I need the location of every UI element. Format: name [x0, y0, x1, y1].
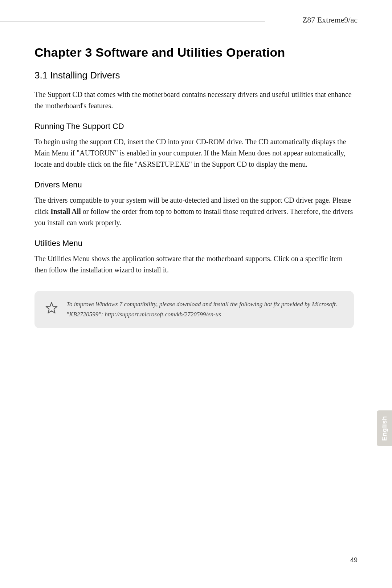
page-content: Chapter 3 Software and Utilities Operati… [34, 45, 354, 328]
subsection-utilities-menu-title: Utilities Menu [34, 239, 354, 248]
section-intro: The Support CD that comes with the mothe… [34, 89, 354, 111]
header-model-name: Z87 Extreme9/ac [302, 15, 358, 25]
note-text: To improve Windows 7 compatibility, plea… [66, 300, 337, 320]
header-divider [0, 21, 265, 21]
language-tab: English [377, 410, 392, 446]
note-line2: "KB2720599": http://support.microsoft.co… [66, 310, 337, 319]
star-icon [45, 301, 58, 315]
note-callout: To improve Windows 7 compatibility, plea… [34, 291, 354, 328]
subsection-running-cd-title: Running The Support CD [34, 122, 354, 131]
drivers-text-after: or follow the order from top to bottom t… [34, 207, 353, 227]
chapter-title: Chapter 3 Software and Utilities Operati… [34, 45, 354, 60]
page-number: 49 [350, 556, 358, 564]
subsection-drivers-menu-title: Drivers Menu [34, 180, 354, 190]
subsection-utilities-menu-text: The Utilities Menu shows the application… [34, 253, 354, 276]
note-line1: To improve Windows 7 compatibility, plea… [66, 301, 337, 308]
subsection-drivers-menu-text: The drivers compatible to your system wi… [34, 195, 354, 228]
install-all-bold: Install All [50, 207, 81, 215]
language-label: English [381, 416, 388, 441]
subsection-running-cd-text: To begin using the support CD, insert th… [34, 136, 354, 170]
section-title: 3.1 Installing Drivers [34, 70, 354, 81]
